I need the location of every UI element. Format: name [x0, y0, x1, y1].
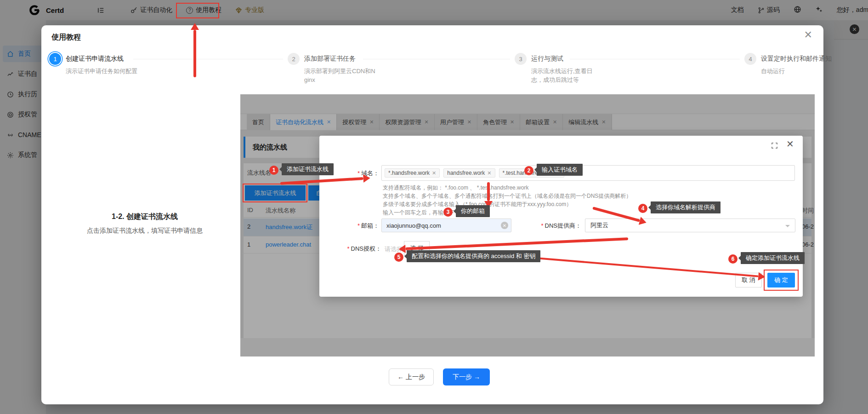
domain-tag[interactable]: handsfree.work✕ — [443, 168, 495, 178]
next-step-button[interactable]: 下一步 → — [443, 368, 490, 385]
domain-tag[interactable]: *.handsfree.work✕ — [385, 168, 440, 178]
domain-label: *域名： — [338, 169, 379, 178]
step-number: 1 — [49, 53, 61, 65]
previous-step-button[interactable]: ← 上一步 — [389, 368, 434, 385]
tutorial-dialog: 使用教程 ✕ 1 创建证书申请流水线 演示证书申请任务如何配置 2 添加部署证书… — [41, 25, 823, 404]
step-desc: 自动运行 — [761, 67, 834, 75]
step-desc: 演示部署到阿里云CDN和Nginx — [304, 67, 377, 84]
tutorial-screenshot: 首页 证书自动化流水线✕ 授权管理✕ 权限资源管理✕ 用户管理✕ 角色管理✕ 邮… — [240, 94, 815, 356]
tutorial-step-heading: 1-2. 创建证书流水线 — [69, 212, 221, 222]
annotation-badge-6: 6 — [728, 254, 738, 264]
domain-help-text: 支持通配符域名，例如： *.foo.com 、 *.test.handsfree… — [383, 184, 631, 217]
step-number: 4 — [744, 53, 756, 65]
annotation-badge-2: 2 — [524, 166, 533, 175]
confirm-button[interactable]: 确 定 — [767, 273, 795, 288]
chevron-down-icon — [785, 225, 790, 227]
annotation-badge-1: 1 — [269, 166, 278, 175]
fullscreen-icon[interactable] — [771, 142, 778, 151]
step-connector — [363, 59, 510, 59]
tutorial-footer: ← 上一步 下一步 → — [389, 368, 490, 385]
dns-auth-label: *DNS授权： — [338, 245, 381, 253]
annotation-badge-3: 3 — [443, 207, 453, 217]
step-label: 创建证书申请流水线 — [66, 55, 138, 63]
dns-provider-select[interactable]: 阿里云 — [585, 218, 795, 232]
dns-provider-label: *DNS提供商： — [528, 222, 581, 230]
step-3: 3 运行与测试 演示流水线运行,查看日志，成功后跳过等 — [515, 53, 604, 84]
step-2: 2 添加部署证书任务 演示部署到阿里云CDN和Nginx — [288, 53, 377, 84]
tutorial-step-description: 点击添加证书流水线，填写证书申请信息 — [60, 227, 230, 235]
step-number: 3 — [515, 53, 527, 65]
step-connector — [133, 59, 283, 59]
domain-tags-input[interactable]: *.handsfree.work✕ handsfree.work✕ *.test… — [381, 165, 795, 181]
annotation-tip-4: 选择你域名解析提供商 — [651, 201, 720, 213]
step-desc: 演示证书申请任务如何配置 — [66, 67, 138, 75]
dialog-close-icon[interactable]: ✕ — [804, 29, 812, 41]
tag-close-icon[interactable]: ✕ — [432, 170, 436, 176]
annotation-badge-4: 4 — [638, 204, 647, 213]
cancel-button[interactable]: 取 消 — [735, 273, 762, 288]
tag-close-icon[interactable]: ✕ — [487, 170, 491, 176]
annotation-tip-2: 输入证书域名 — [537, 164, 583, 176]
step-number: 2 — [288, 53, 300, 65]
modal-close-icon[interactable]: ✕ — [786, 138, 794, 150]
annotation-tip-6: 确定添加证书流水线 — [741, 252, 805, 264]
clear-input-icon[interactable]: ✕ — [501, 222, 508, 229]
step-4: 4 设置定时执行和邮件通知 自动运行 — [744, 53, 834, 75]
step-1: 1 创建证书申请流水线 演示证书申请任务如何配置 — [49, 53, 138, 75]
annotation-tip-3: 你的邮箱 — [456, 205, 490, 217]
annotation-badge-5: 5 — [394, 253, 403, 262]
step-label: 设置定时执行和邮件通知 — [761, 55, 834, 63]
step-desc: 演示流水线运行,查看日志，成功后跳过等 — [531, 67, 604, 84]
step-connector — [570, 59, 740, 59]
annotation-tip-5: 配置和选择你的域名提供商的 accessid 和 密钥 — [407, 250, 540, 262]
dialog-title: 使用教程 — [51, 33, 81, 42]
annotation-tip-1: 添加证书流水线 — [282, 163, 334, 175]
email-label: *邮箱： — [338, 222, 379, 230]
email-field[interactable] — [381, 218, 511, 232]
add-pipeline-modal: ✕ *域名： *.handsfree.work✕ handsfree.work✕… — [319, 136, 803, 297]
